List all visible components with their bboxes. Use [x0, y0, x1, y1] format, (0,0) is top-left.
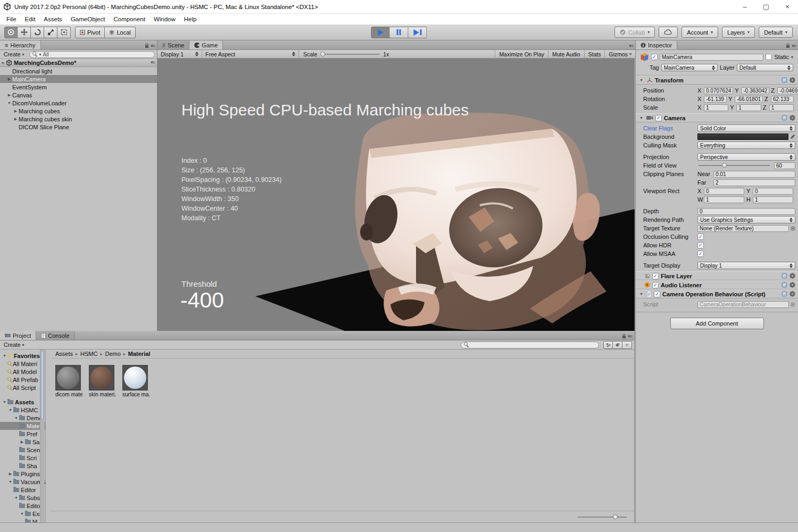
rotation-z-field[interactable]: 62.133	[771, 96, 794, 103]
hierarchy-create-button[interactable]: Create▾	[2, 51, 26, 57]
tree-item-hsmc[interactable]: ▼HSMC	[0, 406, 45, 414]
tab-inspector[interactable]: Inspector	[636, 40, 677, 49]
hierarchy-item-marching-cubes-skin[interactable]: ▶Marching cubes skin	[0, 115, 157, 123]
favorites-root[interactable]: ▼★Favorites	[0, 352, 45, 360]
layers-dropdown[interactable]: Layers▾	[722, 27, 755, 38]
tree-item-prefab[interactable]: Pref	[0, 430, 45, 438]
hierarchy-item-eventsystem[interactable]: EventSystem	[0, 83, 157, 91]
position-y-field[interactable]: -0.363042	[741, 87, 769, 94]
flare-layer-header[interactable]: ✓ Flare Layer	[636, 271, 798, 280]
script-component-header[interactable]: ▼ ✓ Camera Operation Behaviour (Script)	[636, 289, 798, 298]
scale-y-field[interactable]: 1	[736, 104, 761, 111]
maximize-on-play-button[interactable]: Maximize On Play	[495, 50, 548, 59]
gear-icon[interactable]	[789, 115, 795, 121]
lock-icon[interactable]	[622, 334, 626, 339]
mute-audio-button[interactable]: Mute Audio	[548, 50, 584, 59]
close-button[interactable]: ×	[777, 0, 798, 14]
fov-slider-thumb[interactable]	[722, 163, 727, 168]
scale-x-field[interactable]: 1	[704, 104, 728, 111]
tree-item-example[interactable]: ▼Exa	[0, 510, 45, 518]
transform-header[interactable]: ▼ Transform	[636, 76, 798, 85]
scrollbar-thumb[interactable]	[41, 351, 44, 420]
panel-menu-icon[interactable]: ▾≡	[792, 43, 796, 48]
tag-dropdown[interactable]: MainCamera	[661, 64, 718, 71]
hierarchy-scene-row[interactable]: ▼ MarchingCubesDemo* ▾≡	[0, 59, 157, 67]
position-z-field[interactable]: -0.046912	[777, 87, 798, 94]
hierarchy-item-maincamera[interactable]: ▶MainCamera	[0, 75, 157, 83]
allow-msaa-checkbox[interactable]: ✓	[697, 251, 704, 257]
aspect-dropdown[interactable]: Free Aspect	[202, 50, 299, 59]
project-tree-scrollbar[interactable]	[40, 350, 45, 522]
thumbnail-size-slider-thumb[interactable]	[613, 514, 618, 519]
favorites-filter-button[interactable]: ★	[622, 341, 632, 349]
tree-item-m[interactable]: M	[0, 518, 45, 522]
gear-icon[interactable]	[789, 77, 795, 83]
breadcrumb-assets[interactable]: Assets	[55, 351, 73, 357]
search-by-label-button[interactable]	[613, 341, 622, 349]
near-field[interactable]: 0.01	[713, 171, 795, 178]
camera-header[interactable]: ▼ ✓ Camera	[636, 113, 798, 122]
favorite-all-scripts[interactable]: All Script	[0, 384, 45, 392]
scene-menu-icon[interactable]: ▾≡	[151, 60, 157, 66]
favorite-all-models[interactable]: All Model	[0, 368, 45, 376]
viewport-y-field[interactable]: 0	[753, 188, 793, 195]
game-viewport[interactable]: High Speed CPU-based Marching cubes Inde…	[157, 59, 635, 331]
gear-icon[interactable]	[789, 291, 795, 297]
tab-hierarchy[interactable]: ≡ Hierarchy	[0, 40, 41, 49]
projection-dropdown[interactable]: Perspective	[697, 153, 795, 161]
help-book-icon[interactable]	[782, 282, 787, 288]
layer-dropdown[interactable]: Default	[737, 64, 793, 71]
help-book-icon[interactable]	[782, 273, 787, 279]
favorite-all-prefabs[interactable]: All Prefab	[0, 376, 45, 384]
clear-flags-dropdown[interactable]: Solid Color	[697, 124, 795, 132]
tree-item-material[interactable]: Mate	[0, 422, 45, 430]
cloud-button[interactable]	[659, 27, 678, 38]
tree-item-vacuums[interactable]: ▼VacuumS	[0, 478, 45, 486]
hierarchy-item-marching-cubes[interactable]: ▶Marching cubes	[0, 107, 157, 115]
search-by-type-button[interactable]	[603, 341, 613, 349]
menu-file[interactable]: File	[2, 16, 21, 22]
panel-menu-icon[interactable]: ▾≡	[151, 43, 155, 48]
rotation-y-field[interactable]: -66.01801	[735, 96, 763, 103]
tree-item-scenes[interactable]: Scen	[0, 446, 45, 454]
audio-listener-header[interactable]: ✓ Audio Listener	[636, 280, 798, 289]
menu-edit[interactable]: Edit	[21, 16, 40, 22]
local-toggle-button[interactable]: Local	[105, 27, 135, 38]
culling-mask-dropdown[interactable]: Everything	[697, 142, 795, 149]
scale-tool-button[interactable]	[44, 27, 57, 38]
eyedropper-icon[interactable]	[790, 134, 795, 139]
breadcrumb-hsmc[interactable]: HSMC	[80, 351, 97, 357]
menu-gameobject[interactable]: GameObject	[66, 16, 110, 22]
audio-enabled-checkbox[interactable]: ✓	[652, 282, 659, 288]
gameobject-name-field[interactable]: MainCamera	[660, 54, 763, 61]
tree-item-editor2[interactable]: Edito	[0, 502, 45, 510]
panel-menu-icon[interactable]: ▾≡	[629, 43, 633, 48]
add-component-button[interactable]: Add Component	[670, 318, 764, 329]
static-dropdown-icon[interactable]: ▾	[791, 55, 793, 60]
favorite-all-materials[interactable]: All Materi	[0, 360, 45, 368]
tab-scene[interactable]: # Scene	[157, 40, 189, 49]
help-book-icon[interactable]	[782, 115, 787, 121]
breadcrumb-demo[interactable]: Demo	[105, 351, 120, 357]
pause-button[interactable]	[390, 27, 409, 38]
rendering-path-dropdown[interactable]: Use Graphics Settings	[697, 216, 795, 223]
tree-item-demo[interactable]: ▼Demo	[0, 414, 45, 422]
asset-surface-material[interactable]: surface ma...	[122, 365, 150, 397]
asset-skin-material[interactable]: skin materi...	[89, 365, 117, 397]
tree-item-subsurface[interactable]: ▼Subsu	[0, 494, 45, 502]
rect-tool-button[interactable]	[57, 27, 71, 38]
tab-game[interactable]: Game	[189, 40, 223, 49]
help-book-icon[interactable]	[782, 291, 787, 297]
play-button[interactable]	[371, 27, 390, 38]
scale-slider[interactable]	[320, 54, 380, 55]
fov-slider[interactable]	[699, 165, 770, 166]
rotate-tool-button[interactable]	[31, 27, 44, 38]
active-checkbox[interactable]: ✓	[651, 54, 658, 60]
stats-button[interactable]: Stats	[584, 50, 605, 59]
minimize-button[interactable]: –	[734, 0, 755, 14]
account-dropdown[interactable]: Account▾	[681, 27, 718, 38]
breadcrumb-material[interactable]: Material	[128, 351, 151, 357]
panel-menu-icon[interactable]: ▾≡	[628, 334, 632, 339]
lock-icon[interactable]	[786, 43, 790, 48]
tree-item-assets[interactable]: ▼Assets	[0, 398, 45, 406]
